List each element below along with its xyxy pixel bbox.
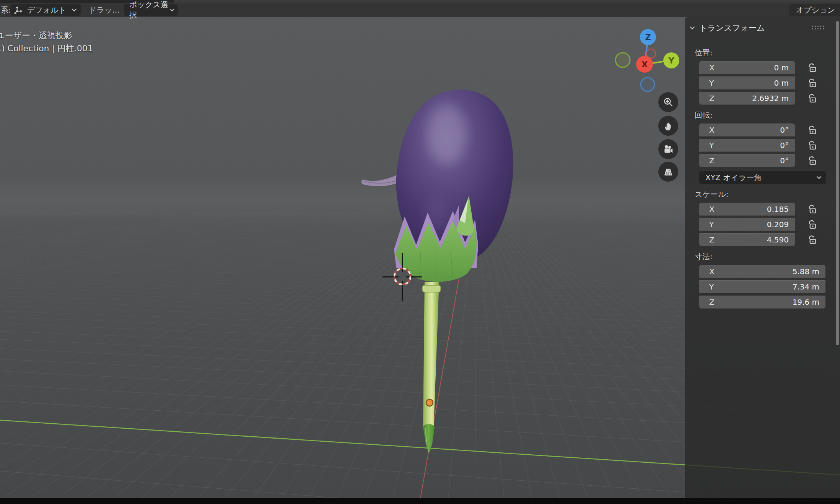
blender-window: { "topbar": { "orientation_prefix": "系:"… (0, 0, 840, 504)
axis-label: Y (709, 282, 714, 291)
gizmo-minus-z[interactable] (641, 78, 654, 91)
location-z-row: Z 2.6932 m (699, 92, 840, 105)
panel-scrollbar[interactable] (836, 21, 839, 345)
location-y-field[interactable]: Y 0 m (699, 76, 795, 89)
editor-bottom-strip (0, 498, 840, 504)
perspective-grid-icon (663, 166, 674, 177)
scale-section-label: スケール: (695, 189, 840, 200)
rotation-x-field[interactable]: X 0° (699, 124, 795, 137)
axis-value: 7.34 m (793, 282, 819, 291)
axis-value: 5.88 m (793, 267, 819, 276)
location-y-lock-icon[interactable] (806, 77, 818, 89)
object-origin-dot (426, 399, 433, 406)
axis-value: 0 m (774, 63, 789, 72)
transform-panel: トランスフォーム 位置: X 0 m Y 0 m Z 2.6932 m 回転: … (685, 17, 840, 498)
orthographic-toggle-button[interactable] (658, 162, 678, 182)
zoom-button[interactable] (658, 92, 678, 112)
axis-value: 0 m (774, 78, 789, 88)
camera-view-button[interactable] (658, 139, 678, 159)
chevron-down-icon (816, 176, 822, 179)
axis-value: 19.6 m (793, 298, 819, 307)
location-z-lock-icon[interactable] (806, 93, 818, 104)
axis-label: Z (709, 94, 715, 103)
options-button[interactable]: オプション (789, 4, 840, 16)
transform-orientation-icon (13, 5, 23, 15)
scale-z-row: Z 4.590 (699, 233, 840, 246)
dimensions-z-row: Z 19.6 m (699, 296, 840, 309)
orientation-value: デフォルト (27, 5, 66, 15)
panel-collapse-chevron-icon[interactable] (689, 26, 695, 30)
gizmo-y-ball[interactable]: Y (663, 52, 679, 68)
axis-label: Z (709, 298, 715, 307)
location-x-lock-icon[interactable] (806, 62, 818, 73)
axis-value: 0.185 (767, 205, 789, 214)
orientation-prefix-label: 系: (1, 3, 11, 17)
rotation-section-label: 回転: (695, 110, 840, 120)
axis-label: X (709, 125, 715, 135)
body-highlight (427, 105, 467, 164)
dimensions-section-label: 寸法: (695, 252, 840, 262)
dimensions-x-row: X 5.88 m (699, 265, 840, 278)
axis-value: 0° (780, 156, 789, 165)
active-collection-label: 1) Collection | 円柱.001 (0, 43, 93, 54)
chevron-down-icon (170, 8, 174, 12)
transform-panel-header[interactable]: トランスフォーム (685, 17, 840, 39)
rotation-z-field[interactable]: Z 0° (699, 154, 795, 167)
select-mode-dropdown[interactable]: ボックス選択 (124, 4, 178, 16)
zoom-icon (663, 96, 674, 108)
scale-x-row: X 0.185 (699, 203, 840, 216)
view-perspective-label: ユーザー・透視投影 (0, 30, 72, 41)
scale-x-field[interactable]: X 0.185 (699, 203, 795, 216)
scale-z-lock-icon[interactable] (806, 234, 818, 245)
rotation-x-lock-icon[interactable] (806, 124, 818, 136)
location-section-label: 位置: (695, 48, 840, 58)
gizmo-x-label: X (641, 60, 648, 69)
scale-z-field[interactable]: Z 4.590 (699, 233, 795, 246)
location-z-field[interactable]: Z 2.6932 m (699, 92, 795, 105)
gizmo-minus-y[interactable] (615, 53, 630, 67)
transform-orientation-dropdown[interactable]: デフォルト (10, 4, 81, 16)
panel-title: トランスフォーム (699, 23, 765, 33)
chevron-down-icon (72, 8, 77, 12)
axis-label: Z (709, 235, 715, 244)
rotation-mode-dropdown[interactable]: XYZ オイラー角 (699, 171, 826, 184)
rotation-mode-value: XYZ オイラー角 (705, 172, 762, 183)
rotation-z-row: Z 0° (699, 154, 840, 167)
camera-icon (663, 143, 674, 155)
gizmo-z-ball[interactable]: Z (640, 29, 656, 45)
panel-grip-handle[interactable] (812, 26, 825, 31)
dimensions-x-field[interactable]: X 5.88 m (699, 265, 825, 278)
scale-y-row: Y 0.209 (699, 218, 840, 231)
axis-value: 0.209 (767, 220, 789, 229)
dimensions-z-field[interactable]: Z 19.6 m (699, 296, 825, 309)
location-x-field[interactable]: X 0 m (699, 61, 795, 74)
axis-label: Y (709, 78, 714, 88)
rotation-z-lock-icon[interactable] (806, 155, 818, 166)
gizmo-x-ball[interactable]: X (636, 56, 653, 73)
gizmo-z-label: Z (645, 33, 651, 42)
viewport-header: 系: デフォルト ドラッ... ボックス選択 オプション (0, 3, 840, 17)
axis-label: Y (709, 220, 714, 229)
rotation-y-lock-icon[interactable] (806, 140, 818, 151)
axis-label: X (709, 267, 715, 276)
axis-value: 2.6932 m (752, 94, 789, 103)
axis-value: 0° (780, 125, 789, 135)
rotation-x-row: X 0° (699, 124, 840, 137)
pan-button[interactable] (658, 116, 678, 136)
axis-label: Y (709, 141, 714, 150)
drag-label[interactable]: ドラッ... (89, 3, 119, 17)
stem-collar (422, 285, 441, 292)
axis-value: 0° (780, 141, 789, 150)
location-x-row: X 0 m (699, 61, 840, 74)
axis-value: 4.590 (767, 235, 789, 244)
scale-x-lock-icon[interactable] (806, 203, 818, 215)
scale-y-field[interactable]: Y 0.209 (699, 218, 795, 231)
rotation-y-field[interactable]: Y 0° (699, 139, 795, 152)
scale-y-lock-icon[interactable] (806, 219, 818, 230)
axis-label: X (709, 63, 715, 72)
select-mode-value: ボックス選択 (129, 0, 170, 20)
dimensions-y-row: Y 7.34 m (699, 280, 840, 293)
axis-label: X (709, 205, 715, 214)
dimensions-y-field[interactable]: Y 7.34 m (699, 280, 825, 293)
location-y-row: Y 0 m (699, 76, 840, 89)
